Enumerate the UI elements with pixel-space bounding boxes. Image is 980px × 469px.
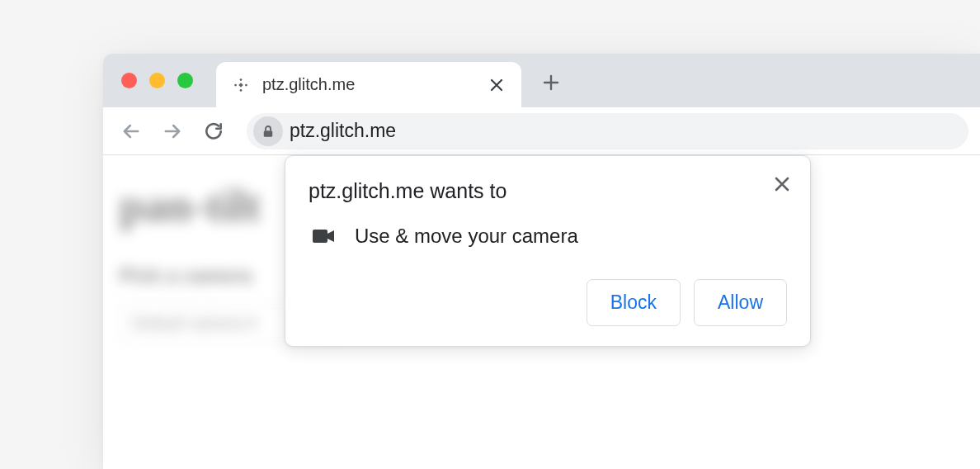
new-tab-button[interactable] [534, 65, 568, 100]
maximize-window-button[interactable] [177, 73, 193, 88]
camera-icon [312, 228, 335, 244]
back-button[interactable] [115, 115, 148, 148]
allow-button[interactable]: Allow [694, 279, 787, 326]
permission-row: Use & move your camera [309, 225, 787, 248]
minimize-window-button[interactable] [149, 73, 165, 88]
reload-button[interactable] [197, 115, 230, 148]
tab-favicon-icon [231, 75, 251, 95]
address-bar[interactable]: ptz.glitch.me [247, 113, 968, 149]
browser-tab[interactable]: ptz.glitch.me [216, 62, 521, 107]
site-info-button[interactable] [253, 116, 283, 146]
window-controls [121, 73, 193, 88]
dialog-close-button[interactable] [770, 173, 794, 196]
dialog-buttons: Block Allow [309, 279, 787, 326]
dialog-title: ptz.glitch.me wants to [309, 179, 787, 203]
url-text: ptz.glitch.me [290, 120, 396, 142]
svg-rect-4 [264, 130, 273, 137]
browser-window: ptz.glitch.me [103, 54, 980, 469]
svg-point-0 [240, 78, 243, 81]
svg-rect-5 [313, 230, 327, 243]
forward-button[interactable] [156, 115, 189, 148]
permission-text: Use & move your camera [355, 225, 578, 248]
tab-close-button[interactable] [487, 75, 506, 95]
svg-point-3 [245, 83, 247, 86]
tab-strip: ptz.glitch.me [103, 54, 980, 107]
block-button[interactable]: Block [587, 279, 681, 326]
svg-point-2 [234, 83, 237, 86]
tab-title: ptz.glitch.me [262, 75, 487, 94]
svg-point-1 [240, 89, 243, 92]
lock-icon [261, 124, 276, 139]
permission-dialog: ptz.glitch.me wants to Use & move your c… [285, 155, 811, 347]
toolbar: ptz.glitch.me [103, 107, 980, 155]
close-window-button[interactable] [121, 73, 137, 88]
